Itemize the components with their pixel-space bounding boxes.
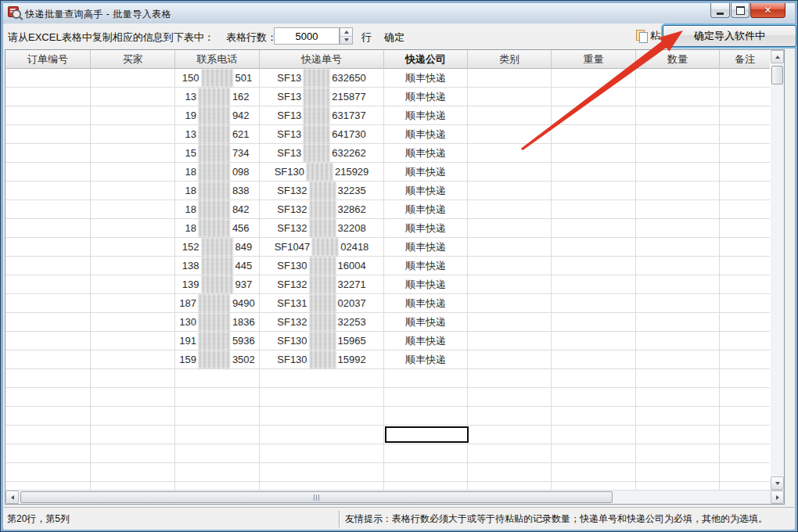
cell-remark[interactable] [720,350,770,369]
cell-category[interactable] [468,163,552,182]
cell-courier[interactable]: 顺丰快递 [384,275,468,294]
cell-category[interactable] [468,463,552,482]
cell-courier[interactable]: 顺丰快递 [384,88,468,106]
cell-weight[interactable] [552,369,636,388]
cell-phone[interactable]: 139937 [175,275,260,294]
cell-category[interactable] [468,69,552,88]
cell-courier[interactable]: 顺丰快递 [384,332,468,350]
cell-quantity[interactable] [636,238,720,257]
maximize-button[interactable] [731,3,749,18]
cell-remark[interactable] [720,482,770,490]
cell-category[interactable] [468,219,552,238]
column-header-category[interactable]: 类别 [468,50,552,69]
cell-courier[interactable] [384,444,468,463]
cell-courier[interactable] [384,463,468,482]
cell-tracking-no[interactable] [260,444,384,463]
cell-tracking-no[interactable]: SF13232208 [260,219,384,238]
cell-tracking-no[interactable] [260,369,384,388]
cell-order-id[interactable] [5,257,91,275]
scroll-left-icon[interactable] [5,491,19,504]
cell-remark[interactable] [720,69,770,88]
cell-phone[interactable]: 152849 [175,238,260,257]
cell-order-id[interactable] [5,426,91,444]
horizontal-scrollbar-thumb[interactable] [20,491,613,503]
cell-buyer[interactable] [91,144,175,163]
cell-courier[interactable] [384,482,468,490]
cell-courier[interactable]: 顺丰快递 [384,182,468,200]
column-header-phone[interactable]: 联系电话 [175,50,260,69]
cell-courier[interactable]: 顺丰快递 [384,125,468,144]
cell-quantity[interactable] [636,388,720,407]
cell-order-id[interactable] [5,407,91,426]
cell-category[interactable] [468,144,552,163]
cell-order-id[interactable] [5,332,91,350]
cell-quantity[interactable] [636,69,720,88]
cell-quantity[interactable] [636,200,720,219]
cell-weight[interactable] [552,238,636,257]
cell-buyer[interactable] [91,88,175,106]
cell-order-id[interactable] [5,275,91,294]
cell-remark[interactable] [720,294,770,313]
cell-weight[interactable] [552,125,636,144]
cell-remark[interactable] [720,313,770,332]
cell-courier[interactable]: 顺丰快递 [384,313,468,332]
column-header-order-id[interactable]: 订单编号 [5,50,91,69]
cell-tracking-no[interactable]: SF13232235 [260,182,384,200]
cell-tracking-no[interactable] [260,463,384,482]
cell-phone[interactable]: 18838 [175,182,260,200]
cell-tracking-no[interactable]: SF13232253 [260,313,384,332]
cell-quantity[interactable] [636,369,720,388]
cell-quantity[interactable] [636,88,720,106]
import-confirm-button[interactable]: 确定导入软件中 [663,25,796,47]
cell-weight[interactable] [552,69,636,88]
vertical-scrollbar[interactable] [771,50,784,490]
cell-remark[interactable] [720,444,770,463]
cell-buyer[interactable] [91,219,175,238]
cell-category[interactable] [468,426,552,444]
cell-category[interactable] [468,444,552,463]
cell-quantity[interactable] [636,407,720,426]
cell-courier[interactable]: 顺丰快递 [384,219,468,238]
cell-order-id[interactable] [5,369,91,388]
cell-phone[interactable]: 18098 [175,163,260,182]
cell-remark[interactable] [720,182,770,200]
cell-category[interactable] [468,238,552,257]
cell-buyer[interactable] [91,163,175,182]
cell-weight[interactable] [552,426,636,444]
cell-courier[interactable] [384,407,468,426]
cell-buyer[interactable] [91,257,175,275]
cell-remark[interactable] [720,88,770,106]
cell-order-id[interactable] [5,163,91,182]
cell-tracking-no[interactable]: SF13632650 [260,69,384,88]
cell-tracking-no[interactable] [260,388,384,407]
cell-phone[interactable]: 15734 [175,144,260,163]
cell-tracking-no[interactable]: SF13215877 [260,88,384,106]
cell-category[interactable] [468,482,552,490]
cell-courier[interactable]: 顺丰快递 [384,294,468,313]
cell-order-id[interactable] [5,482,91,490]
cell-phone[interactable] [175,388,260,407]
cell-buyer[interactable] [91,275,175,294]
rows-count-stepper[interactable] [340,27,353,45]
scroll-up-icon[interactable] [771,50,784,63]
cell-remark[interactable] [720,388,770,407]
cell-remark[interactable] [720,106,770,125]
cell-quantity[interactable] [636,257,720,275]
title-bar[interactable]: 快递批量查询高手 - 批量导入表格 ✕ [3,3,795,24]
cell-phone[interactable]: 19942 [175,106,260,125]
cell-remark[interactable] [720,144,770,163]
cell-order-id[interactable] [5,294,91,313]
cell-phone[interactable] [175,407,260,426]
cell-category[interactable] [468,88,552,106]
cell-courier[interactable]: 顺丰快递 [384,257,468,275]
cell-buyer[interactable] [91,332,175,350]
minimize-button[interactable] [710,3,730,18]
cell-order-id[interactable] [5,219,91,238]
cell-courier[interactable] [384,369,468,388]
cell-courier[interactable]: 顺丰快递 [384,200,468,219]
cell-quantity[interactable] [636,463,720,482]
cell-tracking-no[interactable]: SF13631737 [260,106,384,125]
cell-category[interactable] [468,350,552,369]
cell-buyer[interactable] [91,407,175,426]
cell-remark[interactable] [720,200,770,219]
